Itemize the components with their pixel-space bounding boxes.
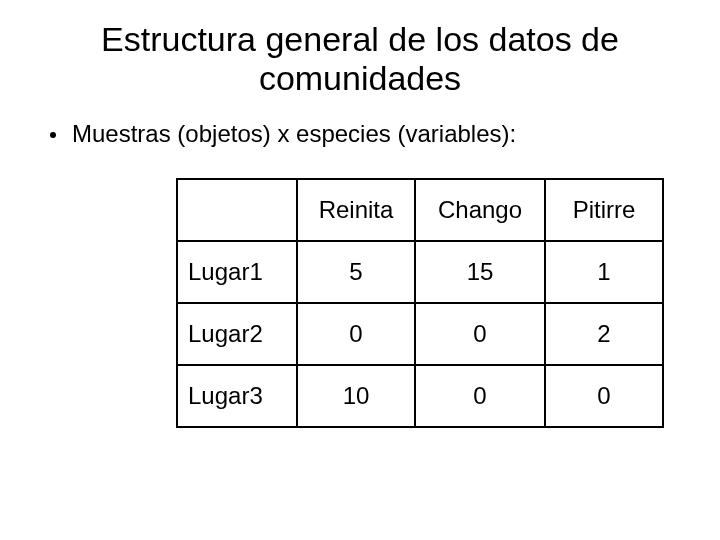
cell: 15: [415, 241, 545, 303]
table-row: Lugar2 0 0 2: [177, 303, 663, 365]
cell: 0: [415, 365, 545, 427]
cell: 0: [297, 303, 415, 365]
col-header: Reinita: [297, 179, 415, 241]
bullet-dot-icon: [50, 132, 56, 138]
row-header: Lugar1: [177, 241, 297, 303]
slide-title: Estructura general de los datos de comun…: [40, 20, 680, 98]
blank-corner-cell: [177, 179, 297, 241]
cell: 0: [545, 365, 663, 427]
data-table: Reinita Chango Pitirre Lugar1 5 15 1 Lug…: [176, 178, 664, 428]
table-row: Lugar1 5 15 1: [177, 241, 663, 303]
cell: 5: [297, 241, 415, 303]
row-header: Lugar3: [177, 365, 297, 427]
cell: 10: [297, 365, 415, 427]
bullet-text: Muestras (objetos) x especies (variables…: [72, 120, 516, 148]
table-header-row: Reinita Chango Pitirre: [177, 179, 663, 241]
bullet-item: Muestras (objetos) x especies (variables…: [50, 120, 680, 148]
col-header: Chango: [415, 179, 545, 241]
row-header: Lugar2: [177, 303, 297, 365]
cell: 2: [545, 303, 663, 365]
data-table-wrap: Reinita Chango Pitirre Lugar1 5 15 1 Lug…: [160, 178, 680, 428]
table-row: Lugar3 10 0 0: [177, 365, 663, 427]
cell: 0: [415, 303, 545, 365]
cell: 1: [545, 241, 663, 303]
col-header: Pitirre: [545, 179, 663, 241]
